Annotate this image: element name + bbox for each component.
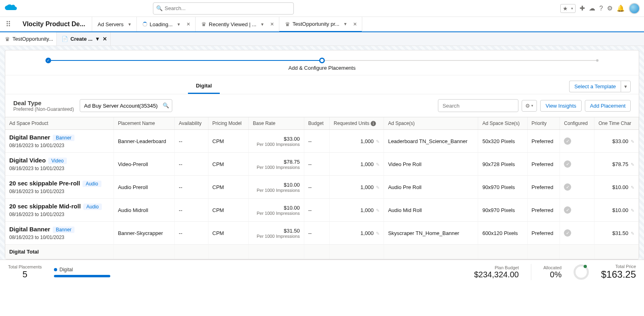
search-icon[interactable]: 🔍 — [163, 102, 169, 108]
close-icon[interactable]: ✕ — [268, 21, 276, 27]
configured-check-icon: ✓ — [564, 183, 571, 191]
priority: Preferred — [527, 199, 560, 222]
view-insights-button[interactable]: View Insights — [540, 100, 581, 112]
total-placements-label: Total Placements — [8, 264, 42, 269]
nav-tab-2[interactable]: ♛Recently Viewed | ...▼✕ — [196, 17, 279, 31]
add-icon[interactable]: ✚ — [580, 4, 585, 12]
app-launcher-icon[interactable]: ⠿ — [0, 17, 16, 31]
product-name: Digital Banner — [9, 226, 50, 233]
col-header[interactable]: Budget — [304, 117, 329, 130]
nav-tab-3[interactable]: ♛TestOpportunity pr...▼✕ — [279, 17, 362, 32]
pricing-model: CPM — [208, 176, 249, 199]
add-placement-button[interactable]: Add Placement — [585, 100, 631, 112]
date-range: 08/16/2023 to 10/01/2023 — [9, 189, 109, 194]
favorites-button[interactable]: ★▾ — [560, 4, 576, 13]
select-template-dropdown[interactable]: ▾ — [621, 81, 631, 92]
chevron-down-icon[interactable]: ▼ — [342, 22, 349, 26]
chevron-down-icon[interactable]: ▼ — [175, 22, 182, 27]
salesforce-logo[interactable] — [4, 2, 18, 15]
subtab-1[interactable]: 📄Create ...▼✕ — [57, 32, 111, 46]
sub-nav: ♛TestOpportunity...📄Create ...▼✕ — [0, 32, 644, 46]
col-header[interactable]: Ad Space Size(s) — [478, 117, 527, 130]
step-current-icon — [319, 58, 325, 63]
configured-check-icon: ✓ — [564, 206, 571, 214]
base-rate: $10.00 — [253, 205, 299, 211]
plan-budget-label: Plan Budget — [474, 265, 519, 270]
placement-name: Banner-Leaderboard — [114, 130, 174, 153]
notifications-icon[interactable]: 🔔 — [617, 4, 625, 12]
budget: -- — [304, 222, 329, 245]
edit-icon[interactable]: ✎ — [631, 185, 634, 190]
nav-tab-1[interactable]: Loading...▼✕ — [137, 17, 196, 31]
table-row[interactable]: Digital BannerBanner08/16/2023 to 10/01/… — [5, 130, 639, 153]
nav-tab-label: Loading... — [150, 21, 173, 27]
plan-budget-value: $234,324.00 — [474, 270, 519, 279]
col-header[interactable]: Placement Name — [114, 117, 174, 130]
allocated-value: 0% — [543, 270, 561, 279]
col-header[interactable]: Base Rate — [249, 117, 304, 130]
placements-table: Ad Space ProductPlacement NameAvailabili… — [5, 117, 639, 259]
nav-tab-label: Recently Viewed | ... — [209, 21, 256, 27]
edit-icon[interactable]: ✎ — [376, 139, 380, 144]
chevron-down-icon[interactable]: ▼ — [126, 22, 133, 27]
col-header[interactable]: Configured — [560, 117, 594, 130]
edit-icon[interactable]: ✎ — [631, 139, 634, 144]
global-search-input[interactable] — [153, 2, 294, 15]
col-header[interactable]: Availability — [175, 117, 208, 130]
chevron-down-icon[interactable]: ▼ — [95, 36, 100, 42]
edit-icon[interactable]: ✎ — [376, 162, 380, 167]
pricing-model: CPM — [208, 153, 249, 176]
subtab-label: TestOpportunity... — [12, 36, 53, 42]
legend-digital: Digital — [54, 267, 110, 272]
step-complete-icon — [45, 58, 51, 63]
pricing-model: CPM — [208, 130, 249, 153]
salesforce-help-icon[interactable]: ☁ — [589, 4, 595, 12]
setup-icon[interactable]: ⚙ — [607, 4, 613, 12]
table-search-input[interactable] — [438, 99, 518, 112]
edit-icon[interactable]: ✎ — [376, 185, 380, 190]
help-icon[interactable]: ? — [599, 5, 603, 12]
select-template-button[interactable]: Select a Template — [569, 81, 621, 92]
priority: Preferred — [527, 153, 560, 176]
close-icon[interactable]: ✕ — [185, 21, 192, 27]
table-row[interactable]: Digital BannerBanner08/16/2023 to 10/01/… — [5, 222, 639, 245]
col-header[interactable]: Pricing Model — [208, 117, 249, 130]
requested-units: 1,000 — [361, 161, 374, 167]
col-header[interactable]: One Time Char — [594, 117, 638, 130]
close-icon[interactable]: ✕ — [351, 21, 359, 27]
edit-icon[interactable]: ✎ — [376, 208, 380, 213]
table-row[interactable]: 20 sec skippable Pre-rollAudio08/16/2023… — [5, 176, 639, 199]
edit-icon[interactable]: ✎ — [376, 231, 380, 236]
chevron-down-icon[interactable]: ▼ — [259, 22, 266, 27]
table-row[interactable]: 20 sec skippable Mid-rollAudio08/16/2023… — [5, 199, 639, 222]
close-icon[interactable]: ✕ — [103, 36, 107, 42]
edit-icon[interactable]: ✎ — [631, 231, 634, 236]
requested-units: 1,000 — [361, 138, 374, 144]
edit-icon[interactable]: ✎ — [631, 162, 634, 167]
requested-units: 1,000 — [361, 207, 374, 213]
col-header[interactable]: Ad Space(s) — [384, 117, 478, 130]
account-search-input[interactable] — [80, 99, 172, 112]
ad-space: Video Pre Roll — [384, 153, 478, 176]
user-avatar[interactable] — [629, 3, 640, 14]
nav-tab-0[interactable]: Ad Servers▼ — [92, 17, 137, 31]
col-header[interactable]: Ad Space Product — [5, 117, 114, 130]
table-row[interactable]: Digital VideoVideo08/16/2023 to 10/01/20… — [5, 153, 639, 176]
pricing-model: CPM — [208, 199, 249, 222]
base-rate: $10.00 — [253, 182, 299, 188]
availability: -- — [175, 199, 208, 222]
allocated-ring-icon — [574, 264, 589, 280]
one-time-charge: $78.75 — [612, 161, 628, 167]
info-icon[interactable]: i — [371, 121, 376, 126]
product-tag: Audio — [83, 181, 101, 187]
col-header[interactable]: Requested Unitsi — [330, 117, 384, 130]
edit-icon[interactable]: ✎ — [631, 208, 634, 213]
subtab-0[interactable]: ♛TestOpportunity... — [0, 32, 57, 46]
product-name: Digital Video — [9, 157, 46, 164]
placement-name: Video-Preroll — [114, 153, 174, 176]
tab-digital[interactable]: Digital — [188, 79, 220, 94]
table-settings-button[interactable]: ⚙ ▾ — [522, 100, 537, 112]
rate-unit: Per 1000 Impressions — [253, 142, 299, 147]
availability: -- — [175, 130, 208, 153]
col-header[interactable]: Priority — [527, 117, 560, 130]
